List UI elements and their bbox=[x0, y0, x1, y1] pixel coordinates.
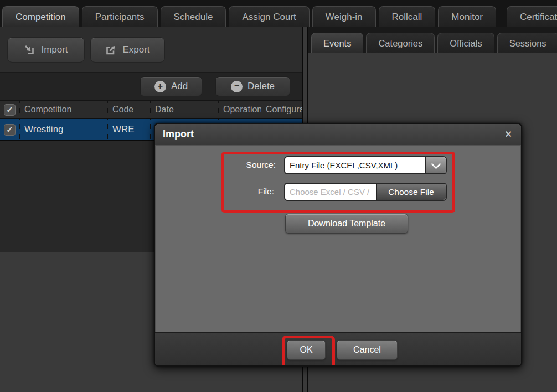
source-select[interactable]: Entry File (EXCEL,CSV,XML) bbox=[284, 156, 447, 174]
row-cell-select: ✓ bbox=[0, 119, 20, 140]
file-path-input[interactable] bbox=[285, 184, 376, 200]
tab-monitor[interactable]: Monitor bbox=[438, 6, 496, 27]
delete-button[interactable]: Delete bbox=[215, 76, 290, 96]
tab-sessions[interactable]: Sessions bbox=[497, 33, 557, 53]
import-icon bbox=[24, 44, 35, 56]
tab-certification[interactable]: Certification bbox=[507, 6, 557, 27]
file-label: File: bbox=[185, 183, 274, 200]
row-checkbox[interactable]: ✓ bbox=[4, 124, 16, 136]
header-cell-configuration: Configuration bbox=[261, 101, 302, 118]
ok-button[interactable]: OK bbox=[287, 340, 326, 360]
right-tab-bar: Events Categories Officials Sessions bbox=[308, 27, 557, 53]
import-dialog-footer: OK Cancel bbox=[155, 332, 521, 366]
add-delete-toolbar: Add Delete bbox=[0, 72, 302, 100]
add-button-label: Add bbox=[171, 81, 188, 92]
tab-competition[interactable]: Competition bbox=[2, 6, 79, 27]
delete-button-label: Delete bbox=[247, 81, 275, 92]
tab-assign-court[interactable]: Assign Court bbox=[229, 6, 309, 27]
delete-icon bbox=[231, 81, 243, 92]
main-tab-bar: Competition Participants Schedule Assign… bbox=[0, 0, 557, 27]
add-icon bbox=[154, 81, 166, 92]
header-cell-date: Date bbox=[151, 101, 219, 118]
source-select-value: Entry File (EXCEL,CSV,XML) bbox=[285, 157, 425, 173]
source-select-dropdown-button[interactable] bbox=[425, 157, 446, 173]
tab-officials[interactable]: Officials bbox=[437, 33, 494, 53]
import-export-toolbar: Import Export bbox=[0, 27, 302, 72]
table-header-row: ✓ Competition Code Date Operation Config… bbox=[0, 100, 302, 119]
tab-weigh-in[interactable]: Weigh-in bbox=[312, 6, 376, 27]
export-icon bbox=[105, 44, 117, 56]
tab-schedule[interactable]: Schedule bbox=[161, 6, 226, 27]
download-template-button[interactable]: Download Template bbox=[285, 214, 408, 234]
dialog-title: Import bbox=[163, 128, 504, 140]
export-button-label: Export bbox=[122, 44, 149, 55]
export-button[interactable]: Export bbox=[90, 37, 165, 63]
header-cell-select: ✓ bbox=[0, 101, 20, 118]
import-button[interactable]: Import bbox=[7, 37, 85, 63]
header-cell-competition: Competition bbox=[20, 101, 108, 118]
tab-rollcall[interactable]: Rollcall bbox=[379, 6, 436, 27]
header-cell-operation: Operation bbox=[219, 101, 261, 118]
import-dialog-body: Source: Entry File (EXCEL,CSV,XML) File:… bbox=[155, 145, 521, 332]
select-all-checkbox[interactable]: ✓ bbox=[4, 104, 16, 116]
row-cell-competition: Wrestling bbox=[20, 119, 108, 140]
import-dialog: Import ✕ Source: Entry File (EXCEL,CSV,X… bbox=[154, 123, 522, 367]
tab-events[interactable]: Events bbox=[311, 33, 363, 53]
import-button-label: Import bbox=[41, 44, 68, 55]
file-picker: Choose File bbox=[284, 183, 447, 201]
app-window: Competition Participants Schedule Assign… bbox=[0, 0, 557, 392]
import-dialog-header: Import ✕ bbox=[155, 124, 521, 145]
close-icon[interactable]: ✕ bbox=[504, 129, 513, 140]
add-button[interactable]: Add bbox=[140, 76, 202, 96]
chevron-down-icon bbox=[431, 159, 441, 169]
choose-file-button[interactable]: Choose File bbox=[376, 184, 446, 200]
header-cell-code: Code bbox=[108, 101, 151, 118]
cancel-button[interactable]: Cancel bbox=[337, 340, 398, 360]
row-cell-code: WRE bbox=[108, 119, 151, 140]
source-label: Source: bbox=[187, 156, 276, 173]
tab-categories[interactable]: Categories bbox=[366, 33, 435, 53]
tab-participants[interactable]: Participants bbox=[82, 6, 158, 27]
